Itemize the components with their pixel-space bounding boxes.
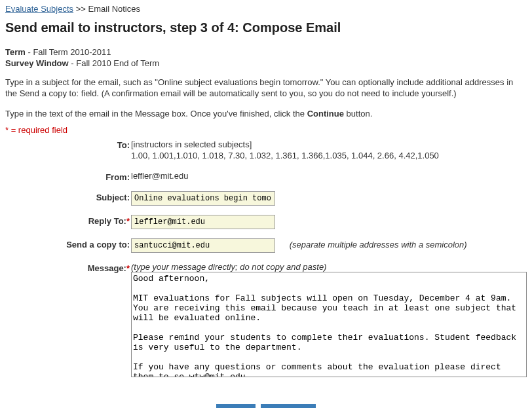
term-label: Term — [5, 47, 26, 57]
window-label: Survey Window — [5, 58, 69, 68]
from-label: From: — [5, 171, 130, 182]
breadcrumb: Evaluate Subjects >> Email Notices — [5, 4, 527, 14]
reply-to-input[interactable] — [131, 215, 275, 229]
copy-to-label: Send a copy to: — [5, 238, 130, 250]
subject-label: Subject: — [5, 191, 130, 202]
message-hint: (type your message directly; do not copy… — [131, 262, 527, 272]
to-value-line2: 1.00, 1.001,1.010, 1.018, 7.30, 1.032, 1… — [131, 150, 439, 162]
subject-input[interactable] — [131, 191, 275, 206]
instructions-1: Type in a subject for the email, such as… — [5, 77, 527, 100]
breadcrumb-current: Email Notices — [88, 4, 140, 14]
breadcrumb-sep: >> — [76, 4, 86, 14]
window-value: Fall 2010 End of Term — [76, 58, 159, 68]
message-textarea[interactable] — [131, 272, 527, 377]
reply-to-label: Reply To:* — [5, 215, 130, 226]
from-value: leffler@mit.edu — [131, 171, 188, 181]
to-label: To: — [5, 139, 130, 150]
window-line: Survey Window - Fall 2010 End of Term — [5, 58, 527, 68]
copy-to-hint: (separate multiple addresses with a semi… — [290, 240, 467, 250]
to-value-line1: [instructors in selected subjects] — [131, 139, 439, 151]
page-title: Send email to instructors, step 3 of 4: … — [5, 20, 527, 35]
continue-button[interactable]: Continue — [261, 404, 316, 408]
instructions-2c: button. — [344, 109, 372, 119]
term-line: Term - Fall Term 2010-2011 — [5, 47, 527, 57]
term-value: Fall Term 2010-2011 — [33, 47, 111, 57]
instructions-2a: Type in the text of the email in the Mes… — [5, 109, 307, 119]
required-note: * = required field — [5, 125, 527, 135]
button-bar: Clear Continue — [5, 404, 527, 408]
instructions-2: Type in the text of the email in the Mes… — [5, 109, 527, 119]
clear-button[interactable]: Clear — [216, 404, 256, 408]
copy-to-input[interactable] — [131, 238, 275, 253]
breadcrumb-link[interactable]: Evaluate Subjects — [5, 4, 73, 14]
message-label: Message:* — [5, 262, 130, 273]
instructions-2b: Continue — [307, 109, 344, 119]
